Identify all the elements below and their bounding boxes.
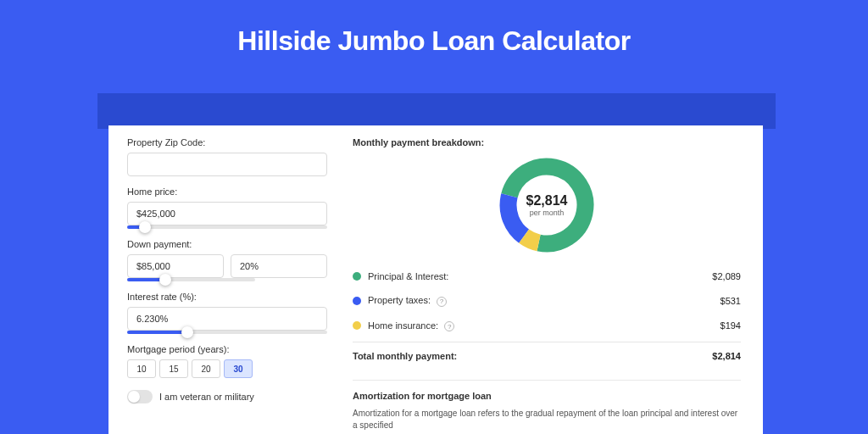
- donut-wrap: $2,814 per month: [353, 153, 741, 264]
- legend-row-total: Total monthly payment: $2,814: [353, 342, 741, 368]
- zip-group: Property Zip Code:: [127, 137, 327, 176]
- legend-name-pi: Principal & Interest:: [368, 271, 712, 281]
- page-title: Hillside Jumbo Loan Calculator: [0, 0, 868, 72]
- interest-slider[interactable]: [127, 331, 327, 334]
- form-panel: Property Zip Code: Home price: Down paym…: [108, 125, 346, 434]
- period-btn-30[interactable]: 30: [224, 359, 253, 378]
- donut-chart: $2,814 per month: [496, 154, 598, 256]
- zip-label: Property Zip Code:: [127, 137, 327, 147]
- legend-name-taxes-text: Property taxes:: [368, 295, 431, 305]
- veteran-label: I am veteran or military: [159, 392, 254, 402]
- amortization-body: Amortization for a mortgage loan refers …: [353, 408, 741, 431]
- legend-name-insurance-text: Home insurance:: [368, 320, 438, 331]
- interest-slider-active: [127, 331, 187, 334]
- down-payment-slider-thumb[interactable]: [159, 274, 171, 286]
- calculator-card: Property Zip Code: Home price: Down paym…: [108, 125, 763, 434]
- legend-value-pi: $2,089: [712, 271, 741, 281]
- interest-group: Interest rate (%):: [127, 292, 327, 334]
- home-price-group: Home price:: [127, 186, 327, 229]
- down-payment-pct-input[interactable]: [231, 254, 327, 278]
- down-payment-label: Down payment:: [127, 239, 327, 249]
- home-price-slider[interactable]: [127, 225, 327, 229]
- amortization-title: Amortization for mortgage loan: [353, 391, 741, 401]
- help-icon[interactable]: ?: [444, 321, 454, 331]
- legend-name-insurance: Home insurance: ?: [368, 320, 721, 332]
- donut-center-value: $2,814: [526, 193, 568, 209]
- breakdown-title: Monthly payment breakdown:: [353, 137, 741, 147]
- interest-label: Interest rate (%):: [127, 292, 327, 302]
- period-group: Mortgage period (years): 10 15 20 30: [127, 344, 327, 378]
- period-btn-10[interactable]: 10: [127, 359, 156, 378]
- legend-row-pi: Principal & Interest: $2,089: [353, 264, 741, 288]
- period-btn-20[interactable]: 20: [192, 359, 220, 378]
- period-btn-15[interactable]: 15: [159, 359, 188, 378]
- amortization-section: Amortization for mortgage loan Amortizat…: [353, 380, 741, 431]
- legend-value-taxes: $531: [721, 296, 741, 306]
- legend-row-taxes: Property taxes: ? $531: [353, 288, 741, 314]
- donut-center: $2,814 per month: [496, 154, 598, 256]
- card-shadow: [97, 93, 776, 129]
- home-price-label: Home price:: [127, 186, 327, 197]
- legend-dot-insurance: [353, 321, 361, 330]
- veteran-toggle[interactable]: [127, 390, 153, 403]
- interest-slider-thumb[interactable]: [181, 326, 193, 338]
- period-label: Mortgage period (years):: [127, 344, 327, 354]
- help-icon[interactable]: ?: [437, 297, 447, 307]
- legend-dot-taxes: [353, 297, 361, 305]
- legend-total-label: Total monthly payment:: [353, 351, 712, 361]
- legend-dot-pi: [353, 272, 361, 281]
- legend-name-taxes: Property taxes: ?: [368, 295, 721, 307]
- donut-center-label: per month: [530, 209, 565, 217]
- interest-input[interactable]: [127, 307, 327, 331]
- veteran-toggle-knob: [128, 391, 140, 403]
- home-price-slider-thumb[interactable]: [139, 221, 151, 233]
- page-background: Hillside Jumbo Loan Calculator Property …: [0, 0, 868, 434]
- veteran-row: I am veteran or military: [127, 390, 327, 403]
- period-options: 10 15 20 30: [127, 359, 327, 378]
- legend-value-insurance: $194: [721, 320, 741, 331]
- down-payment-slider[interactable]: [127, 278, 255, 281]
- legend-row-insurance: Home insurance: ? $194: [353, 314, 741, 339]
- down-payment-group: Down payment:: [127, 239, 327, 281]
- home-price-input[interactable]: [127, 202, 327, 225]
- breakdown-panel: Monthly payment breakdown: $2,814 per mo…: [346, 125, 763, 434]
- zip-input[interactable]: [127, 153, 327, 176]
- legend-total-value: $2,814: [712, 351, 741, 361]
- down-payment-input[interactable]: [127, 254, 224, 278]
